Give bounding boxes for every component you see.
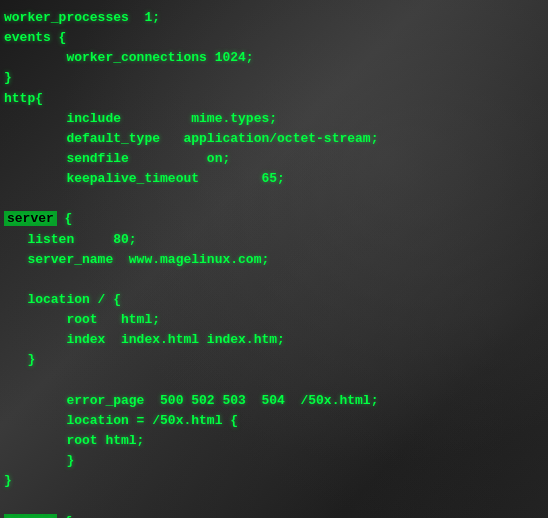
- code-line: include mime.types;: [4, 109, 544, 129]
- code-line: [4, 189, 544, 209]
- code-line: error_page 500 502 503 504 /50x.html;: [4, 391, 544, 411]
- code-line: }: [4, 471, 544, 491]
- code-line: }: [4, 350, 544, 370]
- code-line: http{: [4, 89, 544, 109]
- code-line: events {: [4, 28, 544, 48]
- code-line: }: [4, 68, 544, 88]
- code-line: [4, 491, 544, 511]
- code-line: [4, 371, 544, 391]
- code-line: server_name www.magelinux.com;: [4, 250, 544, 270]
- code-line: server {: [4, 209, 544, 229]
- code-editor: worker_processes 1; events { worker_conn…: [0, 0, 548, 518]
- code-line: index index.html index.htm;: [4, 330, 544, 350]
- code-line: location = /50x.html {: [4, 411, 544, 431]
- code-line: server {: [4, 512, 544, 518]
- code-line: root html;: [4, 431, 544, 451]
- code-line: keepalive_timeout 65;: [4, 169, 544, 189]
- code-line: [4, 270, 544, 290]
- code-line: sendfile on;: [4, 149, 544, 169]
- code-line: listen 80;: [4, 230, 544, 250]
- code-line: }: [4, 451, 544, 471]
- code-line: default_type application/octet-stream;: [4, 129, 544, 149]
- code-line: worker_connections 1024;: [4, 48, 544, 68]
- code-line: worker_processes 1;: [4, 8, 544, 28]
- code-line: location / {: [4, 290, 544, 310]
- code-line: root html;: [4, 310, 544, 330]
